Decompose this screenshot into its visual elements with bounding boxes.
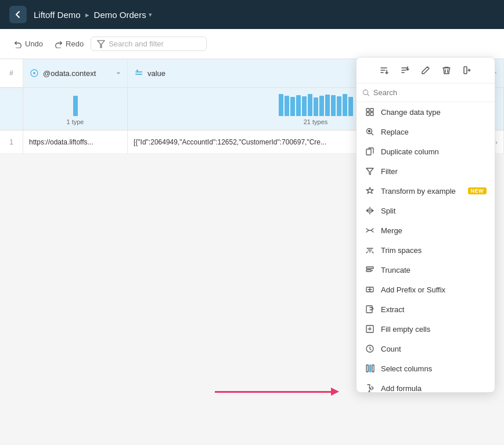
col1-bar-chart <box>73 93 78 116</box>
bar-14 <box>348 97 353 116</box>
redo-label: Redo <box>66 39 84 48</box>
context-search-input[interactable] <box>373 88 489 97</box>
context-menu-list: Change data type Replace Duplicate co <box>357 102 495 392</box>
bar-4 <box>290 97 295 116</box>
fill-empty-cells-icon <box>365 324 375 334</box>
transform-by-example-icon <box>365 186 375 196</box>
menu-item-select-columns-label: Select columns <box>381 364 487 373</box>
truncate-icon <box>365 265 375 275</box>
menu-item-merge[interactable]: Merge <box>357 220 495 240</box>
filter-icon <box>365 166 375 176</box>
menu-item-change-data-type[interactable]: Change data type <box>357 102 495 122</box>
undo-button[interactable]: Undo <box>9 36 48 52</box>
menu-item-add-formula[interactable]: Add formula <box>357 378 495 392</box>
bar-6 <box>302 96 307 116</box>
menu-item-filter[interactable]: Filter <box>357 161 495 181</box>
menu-item-add-formula-label: Add formula <box>381 384 487 393</box>
change-data-type-icon <box>365 107 375 117</box>
expand-cell-button[interactable]: › <box>495 139 498 146</box>
col2-header-label: value <box>147 69 165 78</box>
breadcrumb-dropdown-icon: ▾ <box>149 11 152 19</box>
col1-type-icon <box>29 68 39 78</box>
menu-item-trim-spaces[interactable]: Trim spaces <box>357 240 495 260</box>
svg-rect-3 <box>135 71 142 73</box>
add-prefix-suffix-icon <box>365 284 375 295</box>
menu-item-extract[interactable]: Extract <box>357 299 495 319</box>
duplicate-column-icon <box>365 146 375 157</box>
toolbar: Undo Redo Search and filter <box>0 29 504 59</box>
svg-rect-4 <box>135 74 142 75</box>
trim-spaces-icon <box>365 245 375 255</box>
menu-item-duplicate-column[interactable]: Duplicate column <box>357 142 495 161</box>
breadcrumb: Liftoff Demo ▸ Demo Orders ▾ <box>34 10 152 20</box>
count-icon <box>365 343 375 354</box>
svg-rect-5 <box>136 70 138 71</box>
col2-types-label: 21 types <box>304 118 328 125</box>
bar-7 <box>308 94 312 116</box>
search-filter-placeholder: Search and filter <box>109 39 164 48</box>
menu-item-change-data-type-label: Change data type <box>381 108 487 117</box>
context-menu-search <box>357 84 495 102</box>
menu-item-duplicate-column-label: Duplicate column <box>381 147 487 156</box>
svg-marker-0 <box>98 40 105 47</box>
extract-icon <box>365 304 375 314</box>
arrow-line <box>215 391 331 393</box>
bar-1 <box>73 96 78 116</box>
edit-button[interactable] <box>417 63 434 77</box>
menu-item-fill-empty-cells[interactable]: Fill empty cells <box>357 319 495 339</box>
arrow-indicator <box>215 388 339 396</box>
svg-point-13 <box>369 131 370 132</box>
menu-item-merge-label: Merge <box>381 226 487 235</box>
svg-point-2 <box>33 72 35 74</box>
svg-rect-8 <box>366 108 369 111</box>
add-col-button[interactable] <box>459 63 476 77</box>
col1-header[interactable]: @odata.context <box>23 59 128 87</box>
menu-item-filter-label: Filter <box>381 167 487 176</box>
menu-item-transform-by-example[interactable]: Transform by example NEW <box>357 181 495 201</box>
add-formula-icon <box>365 383 375 392</box>
menu-item-replace[interactable]: Replace <box>357 122 495 142</box>
menu-item-count[interactable]: Count <box>357 339 495 359</box>
row1-col1-value: https://odata.liftoffs... <box>29 138 93 146</box>
menu-item-split[interactable]: Split <box>357 201 495 220</box>
redo-button[interactable]: Redo <box>50 36 88 52</box>
svg-rect-6 <box>464 67 467 74</box>
menu-item-extract-label: Extract <box>381 305 487 314</box>
svg-rect-18 <box>366 306 372 313</box>
chart-row-num-spacer <box>0 88 23 130</box>
menu-item-trim-spaces-label: Trim spaces <box>381 246 487 255</box>
context-menu-toolbar <box>357 57 495 84</box>
menu-item-truncate[interactable]: Truncate <box>357 260 495 280</box>
breadcrumb-current[interactable]: Demo Orders ▾ <box>94 10 152 20</box>
menu-item-replace-label: Replace <box>381 128 487 136</box>
split-icon <box>365 205 375 216</box>
bar-12 <box>337 96 341 116</box>
menu-item-fill-empty-cells-label: Fill empty cells <box>381 325 487 334</box>
bar-8 <box>314 97 318 116</box>
row-number-header: # <box>0 59 23 87</box>
delete-button[interactable] <box>438 63 455 77</box>
bar-3 <box>285 96 289 116</box>
bar-5 <box>296 95 301 116</box>
svg-rect-23 <box>372 365 374 372</box>
sort-asc-button[interactable] <box>376 63 392 77</box>
menu-item-select-columns[interactable]: Select columns <box>357 359 495 378</box>
search-filter-bar[interactable]: Search and filter <box>91 37 207 51</box>
arrow-head <box>331 388 339 396</box>
col1-types-label: 1 type <box>67 118 84 125</box>
col1-header-label: @odata.context <box>43 69 96 78</box>
svg-rect-9 <box>370 108 373 111</box>
menu-item-add-prefix-suffix[interactable]: Add Prefix or Suffix <box>357 280 495 299</box>
back-button[interactable] <box>9 6 27 23</box>
bar-13 <box>343 94 347 116</box>
col2-bar-chart <box>279 93 353 116</box>
menu-item-add-prefix-suffix-label: Add Prefix or Suffix <box>381 285 487 294</box>
select-columns-icon <box>365 363 375 374</box>
sort-desc-button[interactable] <box>397 63 413 77</box>
bar-2 <box>279 94 283 116</box>
undo-label: Undo <box>25 39 43 48</box>
svg-rect-10 <box>366 113 369 115</box>
svg-rect-22 <box>369 365 371 372</box>
merge-icon <box>365 225 375 236</box>
bar-11 <box>331 95 336 116</box>
